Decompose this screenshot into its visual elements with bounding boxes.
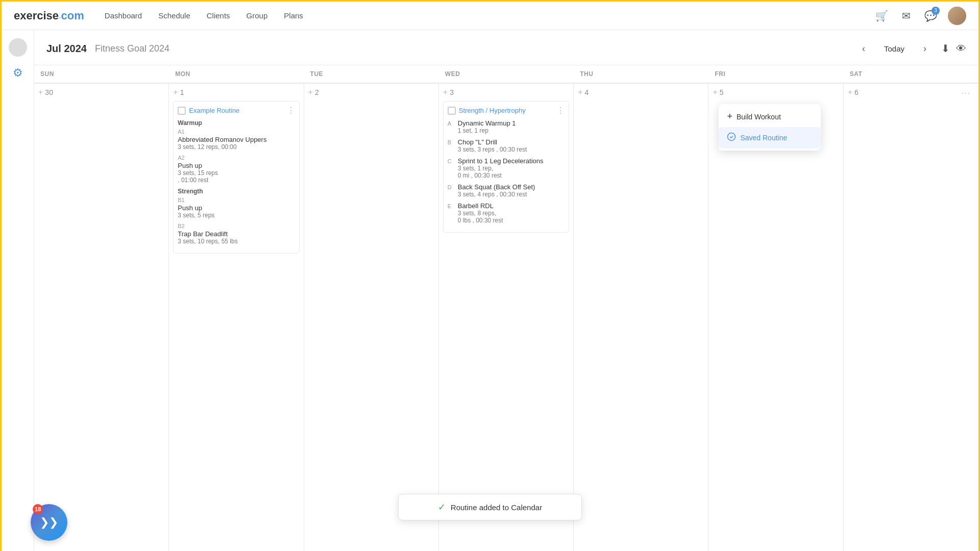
day-header-wed: WED bbox=[439, 65, 574, 83]
calendar-month-year: Jul 2024 bbox=[46, 43, 87, 55]
cell-sat-6: + 6 bbox=[844, 84, 978, 551]
nav-schedule[interactable]: Schedule bbox=[158, 11, 190, 20]
exercise-b1: B1 Push up 3 sets, 5 reps bbox=[178, 197, 295, 219]
add-sat-btn[interactable]: + bbox=[848, 88, 852, 97]
add-thu-btn[interactable]: + bbox=[578, 88, 582, 97]
toast-check-icon: ✓ bbox=[438, 502, 446, 513]
cell-tue-2: + 2 bbox=[304, 84, 439, 551]
monday-workout-card: Example Routine ⋮ Warmup A1 Abbreviated … bbox=[173, 101, 299, 254]
build-workout-label: Build Workout bbox=[737, 113, 781, 121]
wed-code-d: D bbox=[448, 184, 455, 190]
exercise-code-a1: A1 bbox=[178, 129, 295, 135]
chat-icon[interactable]: 💬 3 bbox=[923, 9, 938, 23]
day-num-6: 6 bbox=[854, 88, 859, 96]
day-header-thu: THU bbox=[574, 65, 708, 83]
saved-routine-icon bbox=[727, 132, 736, 143]
top-nav: exercise.com Dashboard Schedule Clients … bbox=[2, 2, 978, 30]
nav-links: Dashboard Schedule Clients Group Plans bbox=[105, 11, 874, 20]
logo-com-text: com bbox=[61, 9, 84, 22]
saved-routine-btn[interactable]: Saved Routine bbox=[719, 127, 821, 148]
user-avatar[interactable] bbox=[948, 7, 966, 25]
add-wed-btn[interactable]: + bbox=[443, 88, 448, 97]
wed-exercise-d: D Back Squat (Back Off Set) 3 sets, 4 re… bbox=[448, 183, 565, 198]
monday-workout-checkbox[interactable] bbox=[178, 107, 186, 115]
calendar-header: Jul 2024 Fitness Goal 2024 ‹ Today › ⬇ 👁 bbox=[34, 30, 978, 65]
wed-details-e: 3 sets, 8 reps, 0 lbs , 00:30 rest bbox=[458, 210, 503, 224]
wednesday-workout-title[interactable]: Strength / Hypertrophy bbox=[459, 107, 553, 114]
exercise-name-a1: Abbreviated Romanov Uppers bbox=[178, 136, 295, 143]
nav-group[interactable]: Group bbox=[247, 11, 268, 20]
calendar-plan-title: Fitness Goal 2024 bbox=[95, 43, 169, 54]
view-icon[interactable]: 👁 bbox=[956, 43, 966, 55]
wed-code-a: A bbox=[448, 120, 455, 127]
exercise-details-a1: 3 sets, 12 reps, 00:00 bbox=[178, 143, 295, 151]
download-icon[interactable]: ⬇ bbox=[941, 42, 950, 55]
wed-exercise-c: C Sprint to 1 Leg Decelerations 3 sets, … bbox=[448, 157, 565, 179]
wednesday-workout-checkbox[interactable] bbox=[448, 107, 456, 115]
bottom-notification-bubble[interactable]: 18 ❯❯ bbox=[31, 504, 67, 541]
wed-code-b: B bbox=[448, 139, 455, 145]
day-num-30: 30 bbox=[45, 88, 53, 96]
exercise-a1: A1 Abbreviated Romanov Uppers 3 sets, 12… bbox=[178, 129, 295, 151]
add-fri-btn[interactable]: + bbox=[713, 88, 717, 97]
wed-details-d: 3 sets, 4 reps , 00:30 rest bbox=[458, 191, 535, 198]
wed-name-b: Chop "L" Drill bbox=[458, 138, 527, 146]
add-tue-btn[interactable]: + bbox=[308, 88, 313, 97]
exercise-name-b2: Trap Bar Deadlift bbox=[178, 230, 295, 238]
logo-exercise-text: exercise bbox=[14, 9, 59, 22]
wed-code-c: C bbox=[448, 158, 455, 164]
settings-icon[interactable]: ⚙ bbox=[10, 65, 26, 81]
calendar-area: Jul 2024 Fitness Goal 2024 ‹ Today › ⬇ 👁… bbox=[34, 30, 978, 551]
day-header-fri: FRI bbox=[708, 65, 843, 83]
nav-dashboard[interactable]: Dashboard bbox=[105, 11, 142, 20]
cell-wed-3: + 3 Strength / Hypertrophy ⋮ A bbox=[439, 84, 574, 551]
nav-plans[interactable]: Plans bbox=[284, 11, 303, 20]
exercise-a2: A2 Push up 3 sets, 15 reps , 01:00 rest bbox=[178, 155, 295, 184]
add-mon-btn[interactable]: + bbox=[173, 88, 178, 97]
cart-icon[interactable]: 🛒 bbox=[874, 9, 889, 23]
wed-name-a: Dynamic Warmup 1 bbox=[458, 119, 516, 127]
monday-workout-more[interactable]: ⋮ bbox=[287, 106, 295, 115]
exercise-code-a2: A2 bbox=[178, 155, 295, 161]
exercise-b2: B2 Trap Bar Deadlift 3 sets, 10 reps, 55… bbox=[178, 223, 295, 245]
day-num-3: 3 bbox=[450, 88, 454, 96]
exercise-name-a2: Push up bbox=[178, 162, 295, 169]
cell-thu-4: + 4 bbox=[574, 84, 708, 551]
exercise-details-a2: 3 sets, 15 reps , 01:00 rest bbox=[178, 169, 295, 184]
warmup-label: Warmup bbox=[178, 119, 295, 127]
wed-exercise-b: B Chop "L" Drill 3 sets, 3 reps , 00:30 … bbox=[448, 138, 565, 153]
bubble-arrows-icon: ❯❯ bbox=[40, 516, 58, 529]
calendar-nav: ‹ Today › ⬇ 👁 bbox=[855, 40, 966, 57]
exercise-details-b2: 3 sets, 10 reps, 55 lbs bbox=[178, 238, 295, 245]
cell-mon-1: + 1 Example Routine ⋮ Warmup A1 Abbrevia… bbox=[169, 84, 304, 551]
logo: exercise.com bbox=[14, 9, 84, 22]
wednesday-workout-card: Strength / Hypertrophy ⋮ A Dynamic Warmu… bbox=[443, 101, 569, 233]
monday-workout-title[interactable]: Example Routine bbox=[189, 107, 283, 114]
wed-details-a: 1 set, 1 rep bbox=[458, 127, 516, 134]
popup-menu: + Build Workout Saved Routine bbox=[719, 104, 821, 151]
calendar-grid: + 30 + 1 Example Routine ⋮ bbox=[34, 83, 978, 551]
strength-label: Strength bbox=[178, 188, 295, 195]
main-content: ⚙ Jul 2024 Fitness Goal 2024 ‹ Today › ⬇… bbox=[2, 30, 978, 551]
day-headers: SUN MON TUE WED THU FRI SAT bbox=[34, 65, 978, 83]
build-workout-btn[interactable]: + Build Workout bbox=[719, 106, 821, 127]
cell-sun-30: + 30 bbox=[34, 84, 169, 551]
day-num-5: 5 bbox=[720, 88, 724, 96]
day-header-sun: SUN bbox=[34, 65, 169, 83]
exercise-code-b1: B1 bbox=[178, 197, 295, 203]
day-header-sat: SAT bbox=[844, 65, 978, 83]
day-num-1: 1 bbox=[180, 88, 184, 96]
day-num-4: 4 bbox=[584, 88, 589, 96]
sidebar: ⚙ bbox=[2, 30, 34, 551]
prev-btn[interactable]: ‹ bbox=[855, 40, 872, 57]
nav-clients[interactable]: Clients bbox=[207, 11, 230, 20]
add-sun-btn[interactable]: + bbox=[38, 88, 43, 97]
mail-icon[interactable]: ✉ bbox=[899, 9, 913, 23]
wednesday-workout-more[interactable]: ⋮ bbox=[556, 106, 565, 115]
exercise-code-b2: B2 bbox=[178, 223, 295, 229]
wed-name-d: Back Squat (Back Off Set) bbox=[458, 183, 535, 191]
next-btn[interactable]: › bbox=[917, 40, 933, 57]
cell-fri-5: + 5 + Build Workout bbox=[708, 84, 843, 551]
wed-exercise-a: A Dynamic Warmup 1 1 set, 1 rep bbox=[448, 119, 565, 134]
today-btn[interactable]: Today bbox=[876, 41, 913, 56]
